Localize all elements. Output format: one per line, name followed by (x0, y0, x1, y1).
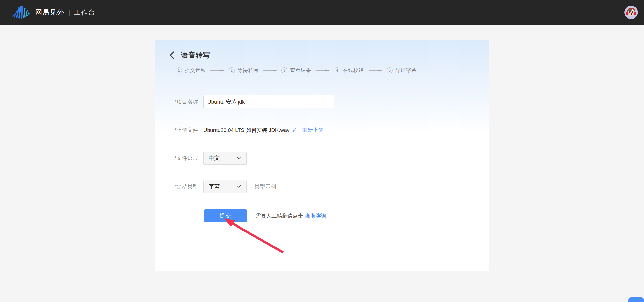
page-title: 语音转写 (181, 50, 210, 60)
file-language-label: *文件语言 (155, 155, 198, 162)
user-avatar[interactable] (624, 6, 638, 19)
output-type-label: *出稿类型 (155, 183, 198, 190)
chevron-down-icon (237, 156, 241, 160)
manual-translation-note: 需要人工精翻请点击 商务咨询 (256, 212, 326, 219)
step-arrow-icon (369, 69, 383, 72)
step-3-number: 3 (281, 67, 287, 73)
page: 网易见外 | 工作台 (0, 0, 644, 302)
submit-button[interactable]: 提交 (204, 209, 247, 222)
step-4-label: 在线校译 (343, 67, 364, 74)
type-example-hint: 类型示例 (254, 183, 277, 190)
step-2: 2 等待转写 (229, 67, 259, 74)
step-arrow-icon (316, 69, 330, 72)
note-text: 需要人工精翻请点击 (256, 212, 303, 219)
step-3: 3 查看结果 (281, 67, 311, 74)
step-5: 5 导出字幕 (387, 67, 417, 74)
user-avatar-icon (624, 6, 638, 19)
upload-file-label: *上传文件 (155, 127, 198, 134)
step-4-number: 4 (334, 67, 340, 73)
reupload-link[interactable]: 重新上传 (302, 127, 323, 134)
step-4: 4 在线校译 (334, 67, 364, 74)
output-type-value: 字幕 (209, 183, 220, 191)
netease-sight-logo-icon (11, 5, 31, 20)
project-name-label: *项目名称 (155, 98, 198, 105)
project-name-row: *项目名称 (155, 95, 489, 108)
step-5-number: 5 (387, 67, 393, 73)
step-2-number: 2 (229, 67, 235, 73)
brand-name: 网易见外 (35, 8, 65, 17)
business-consult-link[interactable]: 商务咨询 (305, 212, 326, 219)
brand-home-link[interactable]: 网易见外 | 工作台 (11, 5, 95, 20)
workspace-label: 工作台 (74, 8, 95, 17)
submit-row: 提交 需要人工精翻请点击 商务咨询 (155, 209, 489, 222)
file-language-row: *文件语言 中文 (155, 152, 489, 165)
upload-success-check-icon: ✓ (292, 127, 297, 134)
step-5-label: 导出字幕 (395, 67, 417, 74)
step-arrow-icon (263, 69, 278, 72)
step-3-label: 查看结果 (290, 67, 311, 74)
customer-service-button[interactable] (628, 297, 644, 302)
file-language-select[interactable]: 中文 (203, 152, 247, 165)
stepper: 1 提交音频 2 等待转写 (176, 67, 489, 74)
project-name-input[interactable] (203, 95, 334, 108)
speech-transcription-card: 语音转写 1 提交音频 2 等待转写 (155, 40, 489, 271)
topbar: 网易见外 | 工作台 (0, 0, 644, 25)
step-1-label: 提交音频 (185, 67, 206, 74)
customer-service-ring-icon (628, 297, 644, 302)
step-1-number: 1 (176, 67, 182, 73)
step-arrow-icon (210, 69, 225, 72)
output-type-row: *出稿类型 字幕 类型示例 (155, 180, 489, 193)
step-1: 1 提交音频 (176, 67, 206, 74)
output-type-select[interactable]: 字幕 (203, 180, 247, 193)
upload-file-value: Ubuntu20.04 LTS 如何安装 JDK.wav ✓ 重新上传 (203, 127, 323, 134)
main-content: 语音转写 1 提交音频 2 等待转写 (0, 25, 644, 302)
step-2-label: 等待转写 (237, 67, 259, 74)
title-row: 语音转写 (155, 40, 489, 60)
brand-divider: | (69, 9, 70, 16)
upload-file-row: *上传文件 Ubuntu20.04 LTS 如何安装 JDK.wav ✓ 重新上… (155, 127, 489, 134)
chevron-down-icon (237, 184, 241, 189)
back-icon[interactable] (169, 51, 176, 59)
uploaded-filename: Ubuntu20.04 LTS 如何安装 JDK.wav (203, 127, 290, 134)
file-language-value: 中文 (209, 154, 220, 162)
